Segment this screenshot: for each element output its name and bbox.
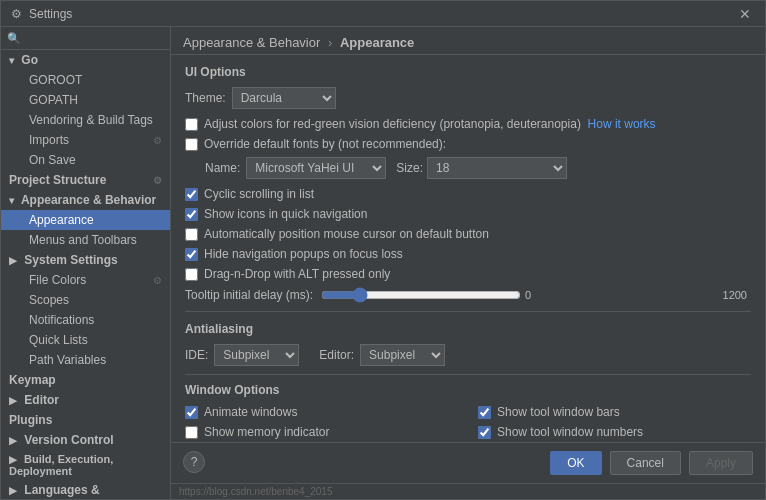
url-bar: https://blog.csdn.net/benbe4_2015 <box>171 483 765 499</box>
sidebar-item-project-structure[interactable]: Project Structure ⚙ <box>1 170 170 190</box>
sidebar-item-editor[interactable]: ▶ Editor <box>1 390 170 410</box>
sidebar-item-on-save[interactable]: On Save <box>1 150 170 170</box>
help-button[interactable]: ? <box>183 451 205 473</box>
settings-icon: ⚙ <box>9 7 23 21</box>
ui-options-title: UI Options <box>185 65 751 79</box>
sidebar-item-imports[interactable]: Imports ⚙ <box>1 130 170 150</box>
cyclic-scrolling-checkbox[interactable] <box>185 188 198 201</box>
sidebar-item-scopes[interactable]: Scopes <box>1 290 170 310</box>
sidebar-item-plugins[interactable]: Plugins <box>1 410 170 430</box>
sidebar: 🔍 ▾ Go GOROOT GOPATH Vendoring & Build T… <box>1 27 171 499</box>
sidebar-item-languages-frameworks[interactable]: ▶ Languages & Frameworks <box>1 480 170 499</box>
tooltip-label: Tooltip initial delay (ms): <box>185 288 313 302</box>
animate-windows-label: Animate windows <box>204 405 297 419</box>
cyclic-scrolling-label: Cyclic scrolling in list <box>204 187 314 201</box>
apply-button[interactable]: Apply <box>689 451 753 475</box>
ide-antialiasing-select[interactable]: Subpixel Greyscale None <box>214 344 299 366</box>
sidebar-item-build-execution[interactable]: ▶ Build, Execution, Deployment <box>1 450 170 480</box>
ok-button[interactable]: OK <box>550 451 601 475</box>
sidebar-item-file-colors[interactable]: File Colors ⚙ <box>1 270 170 290</box>
drag-ndrop-row: Drag-n-Drop with ALT pressed only <box>185 267 751 281</box>
show-memory-indicator-label: Show memory indicator <box>204 425 329 439</box>
antialiasing-row: IDE: Subpixel Greyscale None Editor: Sub… <box>185 344 751 366</box>
panel-header: Appearance & Behavior › Appearance <box>171 27 765 55</box>
editor-label: Editor: <box>319 348 354 362</box>
tooltip-slider[interactable] <box>321 287 521 303</box>
sidebar-item-appearance-behavior[interactable]: ▾ Appearance & Behavior <box>1 190 170 210</box>
window-title: Settings <box>29 7 733 21</box>
panel-body: UI Options Theme: Darcula IntelliJ High … <box>171 55 765 442</box>
override-fonts-checkbox[interactable] <box>185 138 198 151</box>
show-icons-row: Show icons in quick navigation <box>185 207 751 221</box>
auto-position-row: Automatically position mouse cursor on d… <box>185 227 751 241</box>
size-row: Size: 18 12 14 16 20 <box>396 157 567 179</box>
tooltip-slider-container: 0 1200 <box>321 287 751 303</box>
breadcrumb-current: Appearance <box>340 35 414 50</box>
show-tool-window-numbers-checkbox[interactable] <box>478 426 491 439</box>
animate-windows-checkbox[interactable] <box>185 406 198 419</box>
sidebar-item-gopath[interactable]: GOPATH <box>1 90 170 110</box>
adjust-colors-checkbox[interactable] <box>185 118 198 131</box>
ide-label: IDE: <box>185 348 208 362</box>
sidebar-item-menus-toolbars[interactable]: Menus and Toolbars <box>1 230 170 250</box>
show-tool-window-bars-label: Show tool window bars <box>497 405 620 419</box>
show-tool-window-numbers-label: Show tool window numbers <box>497 425 643 439</box>
settings-window: ⚙ Settings ✕ 🔍 ▾ Go GOROOT GOPATH Vendor… <box>0 0 766 500</box>
how-it-works-link[interactable]: How it works <box>588 117 656 131</box>
cyclic-scrolling-row: Cyclic scrolling in list <box>185 187 751 201</box>
auto-position-checkbox[interactable] <box>185 228 198 241</box>
font-row: Name: Microsoft YaHei UI Size: 18 12 14 … <box>185 157 751 179</box>
sidebar-item-go[interactable]: ▾ Go <box>1 50 170 70</box>
hide-nav-checkbox[interactable] <box>185 248 198 261</box>
show-tool-window-numbers-row: Show tool window numbers <box>478 425 751 439</box>
show-icons-checkbox[interactable] <box>185 208 198 221</box>
right-panel: Appearance & Behavior › Appearance UI Op… <box>171 27 765 499</box>
hide-nav-row: Hide navigation popups on focus loss <box>185 247 751 261</box>
adjust-colors-label: Adjust colors for red-green vision defic… <box>204 117 656 131</box>
theme-select[interactable]: Darcula IntelliJ High Contrast <box>232 87 336 109</box>
sidebar-item-system-settings[interactable]: ▶ System Settings <box>1 250 170 270</box>
divider-1 <box>185 311 751 312</box>
font-size-select[interactable]: 18 12 14 16 20 <box>427 157 567 179</box>
override-fonts-label: Override default fonts by (not recommend… <box>204 137 446 151</box>
sidebar-search-container: 🔍 <box>1 27 170 50</box>
imports-gear-icon: ⚙ <box>153 135 162 146</box>
sidebar-search-input[interactable] <box>25 31 164 45</box>
window-options-title: Window Options <box>185 383 751 397</box>
tooltip-max: 1200 <box>723 289 747 301</box>
drag-ndrop-checkbox[interactable] <box>185 268 198 281</box>
size-label: Size: <box>396 161 423 175</box>
show-tool-window-bars-row: Show tool window bars <box>478 405 751 419</box>
auto-position-label: Automatically position mouse cursor on d… <box>204 227 489 241</box>
show-icons-label: Show icons in quick navigation <box>204 207 367 221</box>
editor-antialiasing-select[interactable]: Subpixel Greyscale None <box>360 344 445 366</box>
override-fonts-row: Override default fonts by (not recommend… <box>185 137 751 151</box>
main-content: 🔍 ▾ Go GOROOT GOPATH Vendoring & Build T… <box>1 27 765 499</box>
sidebar-item-path-variables[interactable]: Path Variables <box>1 350 170 370</box>
name-label: Name: <box>205 161 240 175</box>
show-tool-window-bars-checkbox[interactable] <box>478 406 491 419</box>
theme-row: Theme: Darcula IntelliJ High Contrast <box>185 87 751 109</box>
adjust-colors-row: Adjust colors for red-green vision defic… <box>185 117 751 131</box>
font-name-select[interactable]: Microsoft YaHei UI <box>246 157 386 179</box>
animate-windows-row: Animate windows <box>185 405 458 419</box>
tooltip-min: 0 <box>525 289 531 301</box>
sidebar-item-appearance[interactable]: Appearance <box>1 210 170 230</box>
sidebar-item-version-control[interactable]: ▶ Version Control <box>1 430 170 450</box>
show-memory-indicator-row: Show memory indicator <box>185 425 458 439</box>
breadcrumb-parent: Appearance & Behavior <box>183 35 320 50</box>
antialiasing-title: Antialiasing <box>185 322 751 336</box>
project-gear-icon: ⚙ <box>153 175 162 186</box>
sidebar-item-quick-lists[interactable]: Quick Lists <box>1 330 170 350</box>
window-options-grid: Animate windows Show tool window bars Sh… <box>185 405 751 442</box>
tooltip-row: Tooltip initial delay (ms): 0 1200 <box>185 287 751 303</box>
cancel-button[interactable]: Cancel <box>610 451 681 475</box>
theme-label: Theme: <box>185 91 226 105</box>
search-icon: 🔍 <box>7 32 21 45</box>
sidebar-item-keymap[interactable]: Keymap <box>1 370 170 390</box>
sidebar-item-goroot[interactable]: GOROOT <box>1 70 170 90</box>
sidebar-item-notifications[interactable]: Notifications <box>1 310 170 330</box>
close-button[interactable]: ✕ <box>733 4 757 24</box>
sidebar-item-vendoring[interactable]: Vendoring & Build Tags <box>1 110 170 130</box>
show-memory-indicator-checkbox[interactable] <box>185 426 198 439</box>
